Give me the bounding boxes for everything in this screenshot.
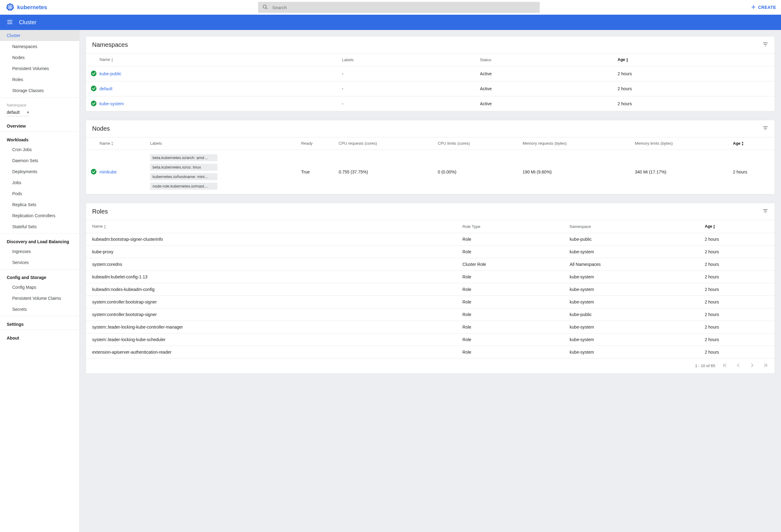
- search-input[interactable]: [272, 5, 535, 10]
- cell-age: 2 hours: [702, 233, 775, 246]
- col-mem-lim[interactable]: Memory limits (bytes): [632, 137, 731, 150]
- sidebar-item-services[interactable]: Services: [0, 257, 79, 268]
- card-title: Nodes: [92, 125, 110, 132]
- search-icon: [262, 4, 268, 11]
- cell-age: 2 hours: [702, 283, 775, 296]
- card-title: Namespaces: [92, 41, 128, 48]
- first-page-icon: [722, 362, 728, 369]
- namespace-link[interactable]: kube-system: [99, 101, 124, 106]
- table-row: system:controller:bootstrap-signerRoleku…: [86, 296, 775, 308]
- node-link[interactable]: minikube: [99, 170, 117, 174]
- create-label: CREATE: [758, 5, 776, 10]
- sidebar-item-replication-controllers[interactable]: Replication Controllers: [0, 210, 79, 221]
- filter-button[interactable]: [762, 125, 769, 132]
- sort-icon: ▴▾: [104, 224, 106, 229]
- menu-toggle-button[interactable]: [6, 19, 13, 26]
- col-labels[interactable]: Labels: [339, 53, 478, 66]
- sidebar-item-overview[interactable]: Overview: [0, 119, 79, 130]
- namespace-selector[interactable]: default ▾: [7, 110, 29, 116]
- cell-status: Active: [478, 81, 615, 96]
- namespaces-table: Name▴▾ Labels Status Age▴▾ kube-public-A…: [86, 53, 775, 111]
- cell-ns: kube-public: [567, 233, 702, 246]
- col-cpu-lim[interactable]: CPU limits (cores): [435, 137, 520, 150]
- divider: [0, 233, 79, 234]
- cell-type: Role: [460, 333, 567, 346]
- table-row: extension-apiserver-authentication-reade…: [86, 346, 775, 358]
- col-ready[interactable]: Ready: [298, 137, 336, 150]
- sidebar-item-persistent-volumes[interactable]: Persistent Volumes: [0, 63, 79, 74]
- col-status[interactable]: Status: [478, 53, 615, 66]
- cell-age: 2 hours: [702, 246, 775, 258]
- cell-age: 2 hours: [702, 308, 775, 321]
- col-age[interactable]: Age▴▾: [615, 53, 775, 66]
- col-ns[interactable]: Namespace: [567, 220, 702, 233]
- cell-labels: -: [339, 81, 478, 96]
- pager-next-button[interactable]: [748, 362, 756, 370]
- sidebar-item-stateful-sets[interactable]: Stateful Sets: [0, 221, 79, 232]
- sidebar-item-secrets[interactable]: Secrets: [0, 304, 79, 315]
- sidebar-item-replica-sets[interactable]: Replica Sets: [0, 199, 79, 210]
- filter-button[interactable]: [762, 208, 769, 215]
- col-name[interactable]: Name▴▾: [86, 220, 460, 233]
- sidebar-item-nodes[interactable]: Nodes: [0, 52, 79, 63]
- cell-name: extension-apiserver-authentication-reade…: [86, 346, 460, 358]
- create-button[interactable]: CREATE: [751, 4, 776, 11]
- card-nodes: Nodes Name▴▾ Labels Ready CPU requests (…: [86, 120, 775, 194]
- col-mem-req[interactable]: Memory requests (bytes): [520, 137, 632, 150]
- col-type[interactable]: Role Type: [460, 220, 567, 233]
- page-title: Cluster: [19, 19, 36, 26]
- search-box[interactable]: [258, 2, 540, 13]
- sidebar-group-workloads[interactable]: Workloads: [0, 133, 79, 144]
- sidebar-item-settings[interactable]: Settings: [0, 317, 79, 328]
- sidebar-item-daemon-sets[interactable]: Daemon Sets: [0, 155, 79, 166]
- sidebar-item-jobs[interactable]: Jobs: [0, 177, 79, 188]
- divider: [0, 316, 79, 316]
- pager-first-button[interactable]: [721, 362, 729, 370]
- sidebar-group-dlb[interactable]: Discovery and Load Balancing: [0, 235, 79, 246]
- cell-age: 2 hours: [702, 296, 775, 308]
- sidebar-item-cron-jobs[interactable]: Cron Jobs: [0, 144, 79, 155]
- col-age[interactable]: Age▴▾: [702, 220, 775, 233]
- sidebar-group-config[interactable]: Config and Storage: [0, 271, 79, 282]
- filter-button[interactable]: [762, 41, 769, 48]
- divider: [0, 97, 79, 98]
- cell-ns: kube-system: [567, 346, 702, 358]
- pager-last-button[interactable]: [761, 362, 770, 370]
- sidebar-item-cluster[interactable]: Cluster: [0, 30, 79, 41]
- sidebar-item-deployments[interactable]: Deployments: [0, 166, 79, 177]
- cell-name: kubeadm:kubelet-config-1.13: [86, 270, 460, 283]
- sidebar-item-config-maps[interactable]: Config Maps: [0, 282, 79, 293]
- chevron-down-icon: ▾: [27, 110, 29, 115]
- sort-icon: ▴▾: [626, 57, 628, 62]
- svg-point-25: [91, 169, 96, 174]
- namespace-value: default: [7, 110, 19, 115]
- col-labels[interactable]: Labels: [148, 137, 298, 150]
- col-age[interactable]: Age▴▾: [731, 137, 775, 150]
- cell-name: system::leader-locking-kube-controller-m…: [86, 321, 460, 333]
- sidebar-item-roles[interactable]: Roles: [0, 74, 79, 85]
- sidebar-item-pods[interactable]: Pods: [0, 188, 79, 199]
- sidebar-item-persistent-volume-claims[interactable]: Persistent Volume Claims: [0, 293, 79, 304]
- svg-point-9: [263, 5, 266, 8]
- col-name[interactable]: Name▴▾: [97, 137, 148, 150]
- sidebar-item-storage-classes[interactable]: Storage Classes: [0, 85, 79, 96]
- pager-prev-button[interactable]: [734, 362, 743, 370]
- cell-ns: kube-system: [567, 270, 702, 283]
- namespace-link[interactable]: kube-public: [99, 71, 122, 76]
- cell-cpu-req: 0.755 (37.75%): [336, 150, 435, 194]
- cell-type: Role: [460, 283, 567, 296]
- sidebar-item-about[interactable]: About: [0, 331, 79, 342]
- col-cpu-req[interactable]: CPU requests (cores): [336, 137, 435, 150]
- brand[interactable]: kubernetes: [6, 3, 47, 12]
- cell-name: system:controller:bootstrap-signer: [86, 296, 460, 308]
- blue-bar: Cluster: [0, 15, 781, 30]
- status-success-icon: [90, 100, 97, 107]
- sidebar-item-ingresses[interactable]: Ingresses: [0, 246, 79, 257]
- search-wrap: [52, 2, 746, 13]
- divider: [0, 132, 79, 132]
- cell-type: Role: [460, 296, 567, 308]
- namespace-link[interactable]: default: [99, 86, 112, 91]
- sidebar-item-namespaces[interactable]: Namespaces: [0, 41, 79, 52]
- col-name[interactable]: Name▴▾: [97, 53, 339, 66]
- cell-name: kubeadm:nodes-kubeadm-config: [86, 283, 460, 296]
